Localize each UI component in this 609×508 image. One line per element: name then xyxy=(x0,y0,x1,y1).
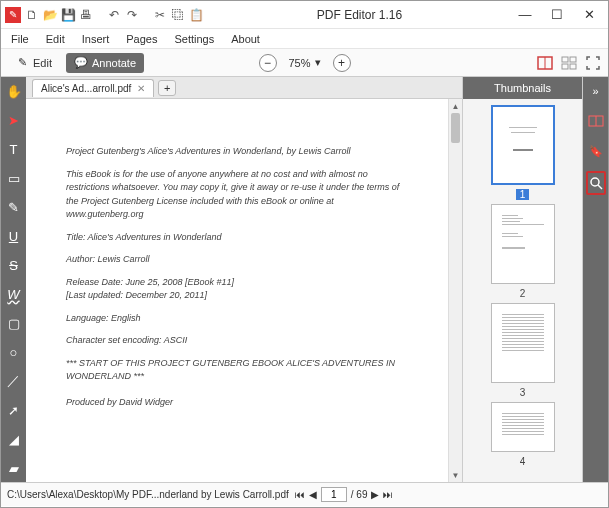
annotate-mode-button[interactable]: 💬 Annotate xyxy=(66,53,144,73)
minimize-button[interactable]: — xyxy=(516,7,534,22)
collapse-panel-icon[interactable]: » xyxy=(586,81,606,101)
window-title: PDF Editor 1.16 xyxy=(203,8,516,22)
document-tab[interactable]: Alice's Ad...arroll.pdf ✕ xyxy=(32,79,154,97)
svg-rect-2 xyxy=(562,57,568,62)
fullscreen-button[interactable] xyxy=(584,55,602,71)
open-icon[interactable]: 📂 xyxy=(43,8,57,22)
right-toolbar: » 🔖 xyxy=(583,77,608,482)
left-toolbar: ✋ ➤ T ▭ ✎ U S W ▢ ○ ／ ➚ ◢ ▰ xyxy=(1,77,26,482)
tabbar: Alice's Ad...arroll.pdf ✕ + xyxy=(26,77,462,99)
next-page-icon[interactable]: ▶ xyxy=(371,489,379,500)
doc-line: *** START OF THIS PROJECT GUTENBERG EBOO… xyxy=(66,357,412,384)
edit-label: Edit xyxy=(33,57,52,69)
doc-line: Character set encoding: ASCII xyxy=(66,334,412,348)
vertical-scrollbar[interactable]: ▲ ▼ xyxy=(448,99,462,482)
print-icon[interactable]: 🖶 xyxy=(79,8,93,22)
page-content[interactable]: Project Gutenberg's Alice's Adventures i… xyxy=(36,105,442,476)
thumb-num-2: 2 xyxy=(520,288,526,299)
thumb-num-4: 4 xyxy=(520,456,526,467)
note-tool-icon[interactable]: ▭ xyxy=(6,170,22,186)
menu-pages[interactable]: Pages xyxy=(124,31,159,47)
doc-line: Project Gutenberg's Alice's Adventures i… xyxy=(66,145,412,159)
thumb-num-1: 1 xyxy=(516,189,530,200)
circle-tool-icon[interactable]: ○ xyxy=(6,344,22,360)
underline-tool-icon[interactable]: U xyxy=(6,228,22,244)
thumbnail-page-3[interactable] xyxy=(491,303,555,383)
close-button[interactable]: ✕ xyxy=(580,7,598,22)
grid-view-button[interactable] xyxy=(560,55,578,71)
arrow-tool-icon[interactable]: ➚ xyxy=(6,402,22,418)
prev-page-icon[interactable]: ◀ xyxy=(309,489,317,500)
menu-settings[interactable]: Settings xyxy=(172,31,216,47)
hand-tool-icon[interactable]: ✋ xyxy=(6,83,22,99)
text-tool-icon[interactable]: T xyxy=(6,141,22,157)
document-area: Alice's Ad...arroll.pdf ✕ + Project Gute… xyxy=(26,77,463,482)
rect-tool-icon[interactable]: ▢ xyxy=(6,315,22,331)
doc-line: Produced by David Widger xyxy=(66,396,412,410)
add-tab-button[interactable]: + xyxy=(158,80,176,96)
copy-icon[interactable]: ⿻ xyxy=(171,8,185,22)
titlebar: ✎ 🗋 📂 💾 🖶 ↶ ↷ ✂ ⿻ 📋 PDF Editor 1.16 — ☐ … xyxy=(1,1,608,29)
app-icon: ✎ xyxy=(5,7,21,23)
annotate-label: Annotate xyxy=(92,57,136,69)
scroll-thumb[interactable] xyxy=(451,113,460,143)
bookmark-icon[interactable]: 🔖 xyxy=(586,141,606,161)
svg-rect-3 xyxy=(570,57,576,62)
line-tool-icon[interactable]: ／ xyxy=(6,373,22,389)
svg-rect-5 xyxy=(570,64,576,69)
thumbnail-page-4[interactable] xyxy=(491,402,555,452)
scroll-down-icon[interactable]: ▼ xyxy=(449,468,462,482)
page-input[interactable] xyxy=(321,487,347,502)
new-icon[interactable]: 🗋 xyxy=(25,8,39,22)
tab-close-icon[interactable]: ✕ xyxy=(137,83,145,94)
redo-icon[interactable]: ↷ xyxy=(125,8,139,22)
first-page-icon[interactable]: ⏮ xyxy=(295,489,305,500)
thumbnails-header: Thumbnails xyxy=(463,77,582,99)
doc-line: [Last updated: December 20, 2011] xyxy=(66,289,412,303)
draw-tool-icon[interactable]: ✎ xyxy=(6,199,22,215)
zoom-in-button[interactable]: + xyxy=(333,54,351,72)
paste-icon[interactable]: 📋 xyxy=(189,8,203,22)
doc-line: Language: English xyxy=(66,312,412,326)
select-tool-icon[interactable]: ➤ xyxy=(6,112,22,128)
edit-mode-button[interactable]: ✎ Edit xyxy=(7,53,60,73)
thumbnails-panel: Thumbnails 1 2 3 4 xyxy=(463,77,583,482)
statusbar: C:\Users\Alexa\Desktop\My PDF...nderland… xyxy=(1,482,608,506)
save-icon[interactable]: 💾 xyxy=(61,8,75,22)
svg-rect-4 xyxy=(562,64,568,69)
undo-icon[interactable]: ↶ xyxy=(107,8,121,22)
wave-tool-icon[interactable]: W xyxy=(6,286,22,302)
file-path: C:\Users\Alexa\Desktop\My PDF...nderland… xyxy=(7,489,289,500)
menu-file[interactable]: File xyxy=(9,31,31,47)
thumbnail-page-1[interactable] xyxy=(491,105,555,185)
scroll-up-icon[interactable]: ▲ xyxy=(449,99,462,113)
search-icon[interactable] xyxy=(586,171,606,195)
erase-tool-icon[interactable]: ▰ xyxy=(6,460,22,476)
pencil-icon: ✎ xyxy=(15,56,29,70)
single-page-view-button[interactable] xyxy=(536,55,554,71)
menu-insert[interactable]: Insert xyxy=(80,31,112,47)
toolbar: ✎ Edit 💬 Annotate − 75% ▾ + xyxy=(1,49,608,77)
zoom-select[interactable]: 75% ▾ xyxy=(282,54,326,71)
highlight-tool-icon[interactable]: ◢ xyxy=(6,431,22,447)
doc-line: Title: Alice's Adventures in Wonderland xyxy=(66,231,412,245)
svg-line-9 xyxy=(598,185,602,189)
chevron-down-icon: ▾ xyxy=(315,56,321,69)
cut-icon[interactable]: ✂ xyxy=(153,8,167,22)
page-total: / 69 xyxy=(351,489,368,500)
doc-line: Release Date: June 25, 2008 [EBook #11] xyxy=(66,276,412,290)
menu-about[interactable]: About xyxy=(229,31,262,47)
maximize-button[interactable]: ☐ xyxy=(548,7,566,22)
comment-icon: 💬 xyxy=(74,56,88,70)
doc-line: Author: Lewis Carroll xyxy=(66,253,412,267)
thumb-num-3: 3 xyxy=(520,387,526,398)
menu-edit[interactable]: Edit xyxy=(44,31,67,47)
zoom-out-button[interactable]: − xyxy=(258,54,276,72)
doc-line: This eBook is for the use of anyone anyw… xyxy=(66,168,412,222)
last-page-icon[interactable]: ⏭ xyxy=(383,489,393,500)
menubar: File Edit Insert Pages Settings About xyxy=(1,29,608,49)
thumbnail-page-2[interactable] xyxy=(491,204,555,284)
strike-tool-icon[interactable]: S xyxy=(6,257,22,273)
fit-width-icon[interactable] xyxy=(586,111,606,131)
zoom-value: 75% xyxy=(288,57,310,69)
